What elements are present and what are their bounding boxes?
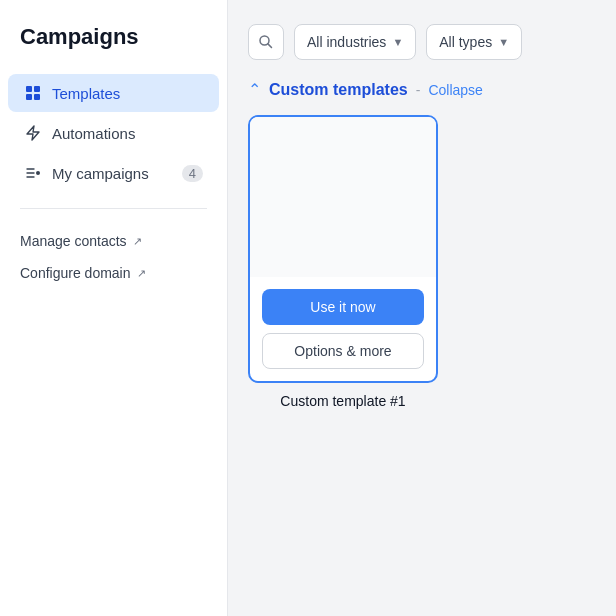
industry-filter[interactable]: All industries ▼: [294, 24, 416, 60]
options-more-button[interactable]: Options & more: [262, 333, 424, 369]
use-it-now-button[interactable]: Use it now: [262, 289, 424, 325]
template-card[interactable]: Use it now Options & more: [248, 115, 438, 383]
collapse-button[interactable]: Collapse: [428, 82, 482, 98]
svg-rect-2: [26, 94, 32, 100]
sidebar-item-my-campaigns-label: My campaigns: [52, 165, 149, 182]
svg-rect-1: [34, 86, 40, 92]
sidebar-nav: Templates Automations My campaigns: [0, 74, 227, 192]
external-link-icon-2: ↗: [137, 267, 146, 280]
industry-chevron-icon: ▼: [392, 36, 403, 48]
external-link-icon: ↗: [133, 235, 142, 248]
configure-domain-label: Configure domain: [20, 265, 131, 281]
list-icon: [24, 164, 42, 182]
template-card-wrap: Use it now Options & more Custom templat…: [248, 115, 438, 409]
sidebar-item-templates-label: Templates: [52, 85, 120, 102]
sidebar: Campaigns Templates Automations: [0, 0, 228, 616]
svg-point-7: [36, 171, 40, 175]
svg-rect-0: [26, 86, 32, 92]
industry-filter-value: All industries: [307, 34, 386, 50]
svg-line-9: [268, 44, 272, 48]
manage-contacts-link[interactable]: Manage contacts ↗: [0, 225, 227, 257]
sidebar-item-automations-label: Automations: [52, 125, 135, 142]
section-separator: -: [416, 82, 421, 98]
search-button[interactable]: [248, 24, 284, 60]
section-title: Custom templates: [269, 81, 408, 99]
section-chevron-up-icon: ⌃: [248, 80, 261, 99]
sidebar-item-my-campaigns[interactable]: My campaigns 4: [8, 154, 219, 192]
search-icon: [258, 34, 274, 50]
template-card-actions: Use it now Options & more: [250, 277, 436, 381]
configure-domain-link[interactable]: Configure domain ↗: [0, 257, 227, 289]
my-campaigns-count: 4: [182, 165, 203, 182]
manage-contacts-label: Manage contacts: [20, 233, 127, 249]
type-filter-value: All types: [439, 34, 492, 50]
main-content: All industries ▼ All types ▼ ⌃ Custom te…: [228, 0, 616, 616]
template-preview: [250, 117, 436, 277]
grid-icon: [24, 84, 42, 102]
filters-bar: All industries ▼ All types ▼: [248, 24, 596, 60]
app-title: Campaigns: [0, 24, 227, 74]
svg-rect-3: [34, 94, 40, 100]
type-chevron-icon: ▼: [498, 36, 509, 48]
zap-icon: [24, 124, 42, 142]
template-card-label: Custom template #1: [280, 393, 405, 409]
sidebar-item-automations[interactable]: Automations: [8, 114, 219, 152]
section-header: ⌃ Custom templates - Collapse: [248, 80, 596, 99]
type-filter[interactable]: All types ▼: [426, 24, 522, 60]
sidebar-divider: [20, 208, 207, 209]
sidebar-item-templates[interactable]: Templates: [8, 74, 219, 112]
templates-grid: Use it now Options & more Custom templat…: [248, 115, 596, 409]
